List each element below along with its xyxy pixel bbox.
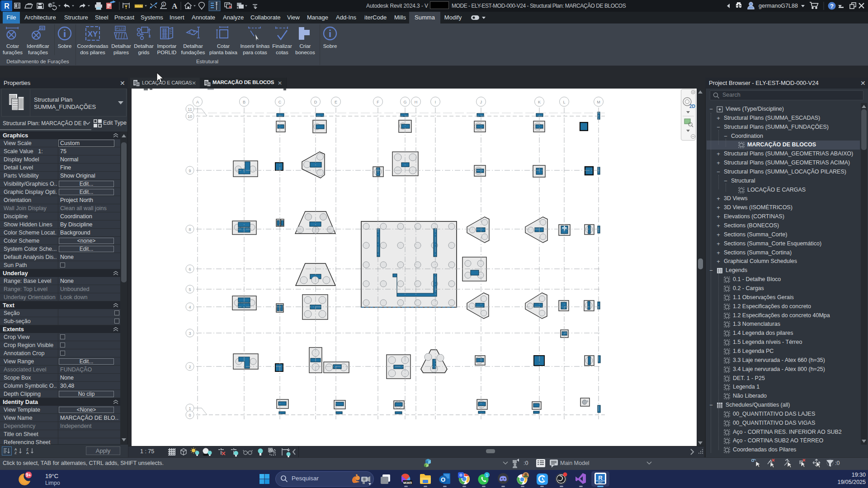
svg-text:RVT: RVT <box>599 482 603 484</box>
svg-text:M365: M365 <box>403 481 412 485</box>
svg-text:1: 1 <box>486 473 488 478</box>
svg-text:R: R <box>598 474 603 481</box>
svg-text:O: O <box>441 476 445 483</box>
